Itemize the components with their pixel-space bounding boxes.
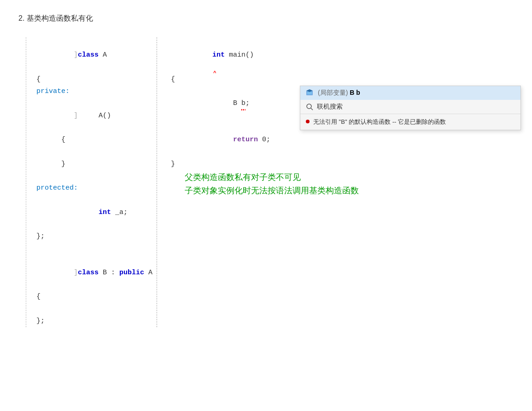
right-code-line-1: int main() xyxy=(171,37,514,74)
bracket-icon-3: ] xyxy=(74,269,78,277)
code-line-3: private: xyxy=(32,86,157,98)
cube-variable-icon xyxy=(306,89,314,97)
popup-item-local-var[interactable]: (局部变量) B b xyxy=(300,86,520,100)
section-title: 2. 基类构造函数私有化 xyxy=(18,14,514,23)
error-dot-icon xyxy=(306,120,310,123)
code-line-9: protected: xyxy=(32,182,157,194)
code-line-8 xyxy=(32,170,157,182)
code-line-16: }; xyxy=(32,315,157,327)
popup-main: B b xyxy=(348,89,360,96)
right-code-line-5: } xyxy=(171,158,514,170)
code-line-4: ] A() xyxy=(32,98,157,134)
popup-item-online-search[interactable]: 联机搜索 xyxy=(300,100,520,114)
code-line-15 xyxy=(32,303,157,315)
code-line-12 xyxy=(32,243,157,255)
svg-point-3 xyxy=(307,104,311,109)
caret-marker: ^ xyxy=(213,69,216,78)
autocomplete-popup: (局部变量) B b 联机搜索 无法引用 "B" 的默认构造函数 -- xyxy=(300,86,521,130)
code-line-11: }; xyxy=(32,231,157,243)
left-vline xyxy=(26,37,26,327)
popup-prefix: (局部变量) xyxy=(318,89,348,96)
annotation-line2: 子类对象实例化时无法按语法调用基类构造函数 xyxy=(185,184,359,197)
annotation-block: 父类构造函数私有对子类不可见 子类对象实例化时无法按语法调用基类构造函数 xyxy=(185,171,359,197)
code-line-2: { xyxy=(32,74,157,86)
code-line-10: int _a; xyxy=(32,194,157,231)
code-line-1: ]class A xyxy=(32,37,157,74)
page-container: 2. 基类构造函数私有化 ]class A { private: ] A() {… xyxy=(18,14,514,327)
bracket-icon-2: ] xyxy=(74,112,78,120)
right-section: int main() { B b; ^ return 0; } xyxy=(157,37,514,327)
code-line-5: { xyxy=(32,134,157,146)
svg-line-4 xyxy=(311,108,313,110)
code-line-14: { xyxy=(32,291,157,303)
popup-search-label: 联机搜索 xyxy=(317,103,343,111)
left-code-panel: ]class A { private: ] A() { } protected:… xyxy=(18,37,157,327)
right-code-line-2: { xyxy=(171,74,514,86)
online-search-icon xyxy=(306,103,313,110)
code-line-6 xyxy=(32,146,157,158)
main-content: ]class A { private: ] A() { } protected:… xyxy=(18,37,514,327)
left-code: ]class A { private: ] A() { } protected:… xyxy=(32,37,157,327)
bracket-icon: ] xyxy=(74,51,78,59)
annotation-line1: 父类构造函数私有对子类不可见 xyxy=(185,171,359,184)
error-text: 无法引用 "B" 的默认构造函数 -- 它是已删除的函数 xyxy=(313,118,446,126)
code-line-13: ]class B : public A xyxy=(32,255,157,291)
popup-error-message: 无法引用 "B" 的默认构造函数 -- 它是已删除的函数 xyxy=(300,114,520,130)
code-line-7: } xyxy=(32,158,157,170)
